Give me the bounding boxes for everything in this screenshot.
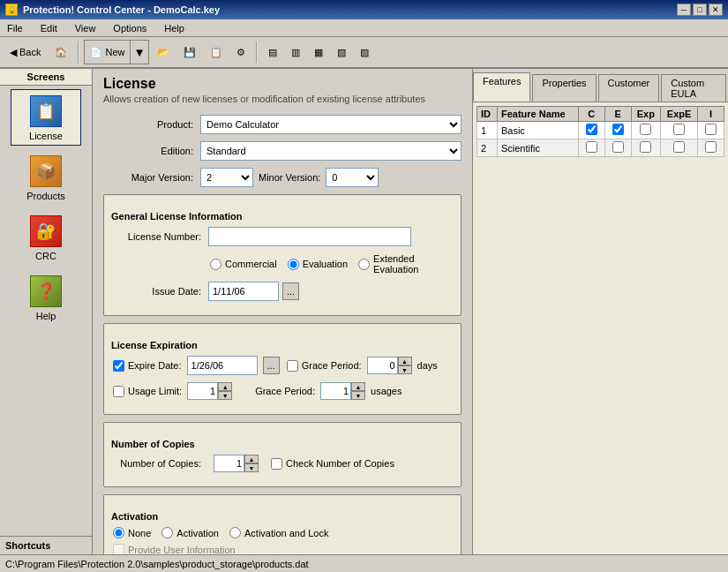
grace-period-down-button[interactable]: ▼ xyxy=(398,365,412,374)
row1-c-checkbox[interactable] xyxy=(586,124,597,135)
close-button[interactable]: ✕ xyxy=(709,4,723,16)
menu-edit[interactable]: Edit xyxy=(37,22,61,34)
col-i: I xyxy=(698,107,724,122)
extended-eval-option: Extended Evaluation xyxy=(356,253,454,275)
help-icon-shape: ❓ xyxy=(30,275,62,307)
crc-icon: 🔐 xyxy=(28,214,64,249)
left-panel: License Allows creation of new licenses … xyxy=(93,69,472,554)
edition-select[interactable]: Standard Professional Enterprise xyxy=(200,141,462,161)
open-icon: 📂 xyxy=(157,47,169,58)
tab-properties[interactable]: Properties xyxy=(532,74,596,102)
table-header-row: ID Feature Name C E Exp ExpE I xyxy=(477,107,724,122)
menu-help[interactable]: Help xyxy=(161,22,188,34)
major-version-select[interactable]: 1 2 3 xyxy=(200,168,253,187)
tab-customer[interactable]: Customer xyxy=(598,74,660,102)
usage-grace-label: Grace Period: xyxy=(255,386,315,396)
copy-button[interactable]: 📋 xyxy=(204,40,229,64)
row1-i xyxy=(698,122,724,139)
grace-period-checkbox[interactable] xyxy=(287,360,298,372)
open-button[interactable]: 📂 xyxy=(151,40,176,64)
menu-options[interactable]: Options xyxy=(109,22,150,34)
grace-period-up-button[interactable]: ▲ xyxy=(398,357,412,365)
forward-button[interactable]: 🏠 xyxy=(49,40,73,64)
action-btn-3[interactable]: ▦ xyxy=(308,40,329,64)
usage-limit-down-button[interactable]: ▼ xyxy=(218,391,232,400)
row2-e-checkbox[interactable] xyxy=(612,141,624,153)
action-icon-3: ▦ xyxy=(314,47,323,58)
row2-i-checkbox[interactable] xyxy=(705,141,717,153)
sidebar-item-license[interactable]: 📋 License xyxy=(11,89,81,146)
provide-info-row: Provide User Information xyxy=(111,544,454,554)
menu-file[interactable]: File xyxy=(4,22,26,34)
product-control: Demo Calculator Other Product xyxy=(200,115,462,134)
license-number-input[interactable] xyxy=(208,227,411,246)
none-radio[interactable] xyxy=(113,527,124,538)
row1-exp-checkbox[interactable] xyxy=(640,124,651,135)
new-dropdown-icon: ▼ xyxy=(133,46,145,59)
minor-version-select[interactable]: 0 1 2 xyxy=(326,168,379,187)
license-icon-shape: 📋 xyxy=(30,95,62,127)
version-control: 1 2 3 Minor Version: 0 1 2 xyxy=(200,168,462,187)
tab-features[interactable]: Features xyxy=(473,72,530,102)
crc-icon-shape: 🔐 xyxy=(30,215,62,247)
new-dropdown-button[interactable]: ▼ xyxy=(131,40,148,64)
sidebar-label-crc: CRC xyxy=(35,251,56,261)
action-btn-4[interactable]: ▧ xyxy=(331,40,352,64)
minimize-button[interactable]: ─ xyxy=(677,4,691,16)
copies-down-button[interactable]: ▼ xyxy=(244,463,259,472)
action-btn-1[interactable]: ▤ xyxy=(262,40,283,64)
menu-view[interactable]: View xyxy=(71,22,100,34)
new-icon: 📄 xyxy=(90,47,102,58)
issue-date-browse-button[interactable]: ... xyxy=(282,282,299,300)
usage-limit-checkbox[interactable] xyxy=(113,386,124,397)
edition-control: Standard Professional Enterprise xyxy=(200,141,462,161)
row2-c-checkbox[interactable] xyxy=(586,141,597,153)
row2-expe xyxy=(661,139,698,157)
product-label: Product: xyxy=(103,119,200,130)
issue-date-input[interactable] xyxy=(208,282,279,301)
product-select[interactable]: Demo Calculator Other Product xyxy=(200,115,462,134)
row1-i-checkbox[interactable] xyxy=(705,124,717,135)
content-area: License Allows creation of new licenses … xyxy=(93,69,728,554)
action-btn-5[interactable]: ▨ xyxy=(354,40,375,64)
usage-grace-value[interactable] xyxy=(320,382,351,400)
tab-custom-eula[interactable]: Custom EULA xyxy=(661,74,726,102)
provide-info-checkbox[interactable] xyxy=(113,544,124,554)
sidebar-item-crc[interactable]: 🔐 CRC xyxy=(11,209,81,266)
back-button[interactable]: ◀ Back xyxy=(4,40,47,64)
save-button[interactable]: 💾 xyxy=(177,40,202,64)
settings-button[interactable]: ⚙ xyxy=(230,40,251,64)
extended-eval-radio[interactable] xyxy=(358,259,370,270)
menu-bar: File Edit View Options Help xyxy=(0,19,728,37)
sidebar-item-help[interactable]: ❓ Help xyxy=(11,269,81,326)
action-btn-2[interactable]: ▥ xyxy=(285,40,306,64)
maximize-button[interactable]: □ xyxy=(693,4,707,16)
row2-exp-checkbox[interactable] xyxy=(640,141,651,153)
row2-e xyxy=(604,139,631,157)
commercial-radio[interactable] xyxy=(210,259,221,270)
check-copies-checkbox[interactable] xyxy=(271,458,282,470)
expire-date-checkbox[interactable] xyxy=(113,360,124,372)
expire-date-input[interactable] xyxy=(187,356,258,375)
expire-date-browse-button[interactable]: ... xyxy=(263,357,280,374)
row2-expe-checkbox[interactable] xyxy=(673,141,685,153)
expire-date-row: Expire Date: ... Grace Period: ▲ ▼ xyxy=(111,356,454,375)
row1-e-checkbox[interactable] xyxy=(612,124,624,135)
action-icon-5: ▨ xyxy=(360,47,369,58)
general-license-section: General License Information License Numb… xyxy=(103,194,462,316)
new-button[interactable]: 📄 New xyxy=(84,40,131,64)
sidebar-item-products[interactable]: 📦 Products xyxy=(11,149,81,206)
usage-grace-up-button[interactable]: ▲ xyxy=(351,382,365,391)
activation-lock-radio[interactable] xyxy=(229,527,241,538)
grace-period-spinner-buttons: ▲ ▼ xyxy=(398,357,412,374)
activation-radio[interactable] xyxy=(161,527,173,538)
usage-limit-up-button[interactable]: ▲ xyxy=(218,382,232,391)
copies-value[interactable] xyxy=(214,455,244,472)
evaluation-radio[interactable] xyxy=(288,259,299,270)
products-icon: 📦 xyxy=(28,154,64,189)
usage-grace-down-button[interactable]: ▼ xyxy=(351,391,365,400)
copies-up-button[interactable]: ▲ xyxy=(244,455,259,463)
usage-limit-value[interactable] xyxy=(187,382,218,400)
grace-period-value[interactable] xyxy=(367,357,398,374)
row1-expe-checkbox[interactable] xyxy=(673,124,685,135)
